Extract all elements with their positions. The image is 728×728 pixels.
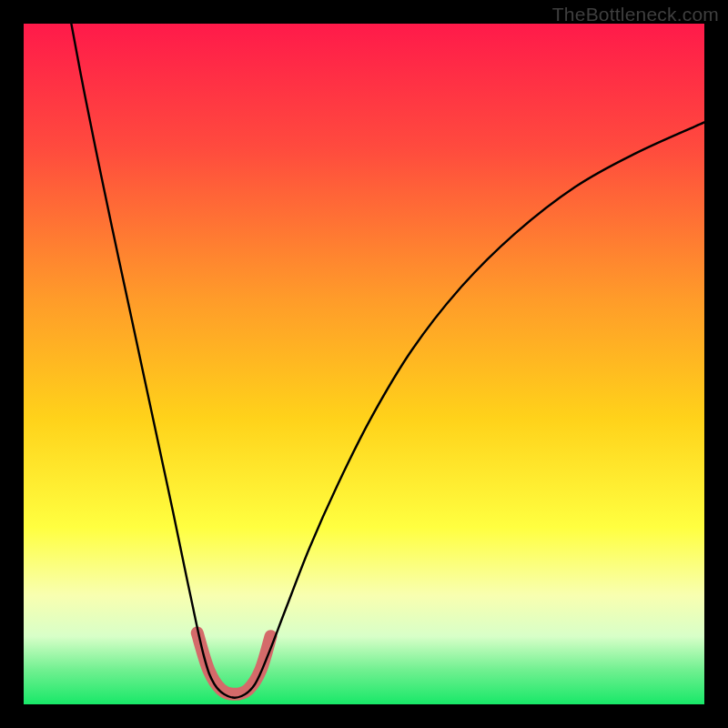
bottleneck-chart: [24, 24, 704, 704]
attribution-watermark: TheBottleneck.com: [552, 4, 719, 25]
chart-background-gradient: [24, 24, 704, 704]
chart-frame: [24, 24, 704, 704]
